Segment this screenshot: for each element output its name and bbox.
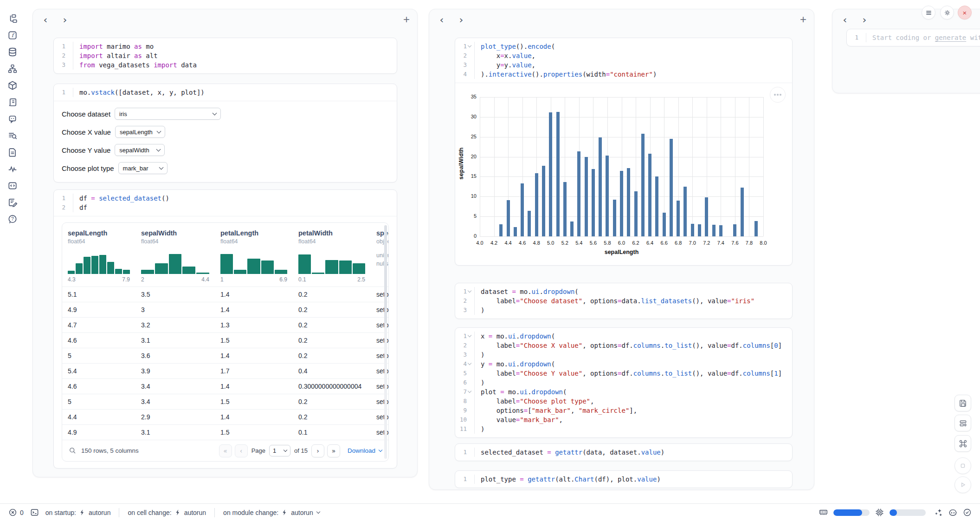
copilot-icon[interactable] <box>948 508 957 517</box>
ai-sparkles-icon[interactable] <box>934 508 943 517</box>
panel-prev-button[interactable]: ‹ <box>840 15 850 25</box>
prev-page-button[interactable]: ‹ <box>235 444 248 457</box>
code-editor[interactable]: 1import marimo as mo2import altair as al… <box>54 38 397 73</box>
run-button[interactable] <box>954 476 971 493</box>
code-line: 2import altair as alt <box>54 51 397 60</box>
chart-bar <box>613 200 616 236</box>
run-mode-toggle[interactable]: on module change:autorun <box>223 509 320 516</box>
fold-chevron-icon[interactable] <box>468 44 471 47</box>
save-button[interactable] <box>954 395 971 411</box>
x-tick-label: 4.4 <box>500 240 516 246</box>
cpu-icon <box>875 508 884 517</box>
chart-bar <box>641 134 645 236</box>
add-cell-button[interactable]: + <box>403 14 410 25</box>
code-editor[interactable]: 1plot_type = getattr(alt.Chart(df), plot… <box>455 471 792 488</box>
column-header[interactable]: petalLengthfloat6416.9 <box>215 229 293 283</box>
document-icon[interactable] <box>7 147 18 157</box>
line-number: 11 <box>455 424 475 434</box>
code-line: 1mo.vstack([dataset, x, y, plot]) <box>54 88 397 97</box>
stop-button[interactable] <box>954 457 971 474</box>
snippets-icon[interactable] <box>7 181 18 191</box>
fold-chevron-icon[interactable] <box>468 389 471 393</box>
connection-status-icon[interactable] <box>963 508 972 517</box>
chart-bar <box>570 221 574 236</box>
run-mode-toggle[interactable]: on cell change:autorun <box>128 509 206 516</box>
code-editor[interactable]: 1df = selected_dataset()2df <box>54 190 397 216</box>
help-icon[interactable]: ? <box>7 214 18 224</box>
column-type: float64 <box>220 238 287 245</box>
chart-bar <box>528 211 531 236</box>
dropdown-select[interactable]: sepalWidth <box>115 144 165 156</box>
code-editor[interactable]: 1mo.vstack([dataset, x, y, plot]) <box>54 84 397 101</box>
database-icon[interactable] <box>7 47 18 57</box>
fold-chevron-icon[interactable] <box>468 361 471 365</box>
file-tree-icon[interactable] <box>7 13 18 24</box>
table-cell: 0.2 <box>293 291 371 298</box>
chart-bar <box>606 156 609 236</box>
chat-bot-icon[interactable] <box>7 114 18 124</box>
add-cell-button[interactable]: + <box>800 14 806 25</box>
table-cell: 5 <box>62 352 135 359</box>
layout-button[interactable] <box>954 415 971 431</box>
code-editor[interactable]: 1dataset = mo.ui.dropdown(2 label="Choos… <box>455 283 792 319</box>
first-page-button[interactable]: « <box>219 444 232 457</box>
package-icon[interactable] <box>7 80 18 91</box>
code-editor[interactable]: 1x = mo.ui.dropdown(2 label="Choose X va… <box>455 328 792 437</box>
chart-menu-button[interactable] <box>770 87 786 103</box>
download-button[interactable]: Download <box>348 447 382 454</box>
table-scrollbar[interactable] <box>384 225 387 459</box>
script-icon[interactable] <box>7 97 18 107</box>
next-page-button[interactable]: › <box>311 444 324 457</box>
function-icon[interactable]: f <box>7 30 18 40</box>
logs-search-icon[interactable] <box>7 130 18 141</box>
line-number: 1 <box>54 88 73 97</box>
panel-next-button[interactable]: › <box>859 15 870 25</box>
last-page-button[interactable]: » <box>327 444 340 457</box>
dependency-graph-icon[interactable] <box>7 64 18 74</box>
column-header[interactable]: sepalWidthfloat6424.4 <box>135 229 215 283</box>
stop-icon <box>959 462 967 470</box>
menu-button[interactable] <box>922 6 935 20</box>
gear-icon <box>944 9 951 16</box>
code-editor[interactable]: 1selected_dataset = getattr(data, datase… <box>455 444 792 461</box>
terminal-button[interactable] <box>30 508 39 517</box>
scratchpad-editor[interactable]: 1 Start coding or generate with AI <box>847 29 980 46</box>
range-max: 2.5 <box>357 276 365 283</box>
line-number: 7 <box>455 387 475 397</box>
dropdown-value: mark_bar <box>123 165 148 172</box>
dropdown-select[interactable]: iris <box>115 108 221 120</box>
fold-chevron-icon[interactable] <box>468 289 471 293</box>
search-icon[interactable] <box>69 447 77 455</box>
dropdown-controls: Choose datasetirisChoose X valuesepalLen… <box>54 101 397 182</box>
gridline <box>480 236 763 237</box>
tracing-icon[interactable] <box>7 164 18 174</box>
settings-button[interactable] <box>940 6 954 20</box>
dropdown-select[interactable]: sepalLength <box>115 126 165 138</box>
chart-plot-area[interactable] <box>480 97 763 236</box>
command-palette-button[interactable] <box>954 435 971 452</box>
table-row: 53.41.50.2setosa <box>62 394 388 409</box>
table-cell: 1.7 <box>215 367 293 375</box>
shutdown-button[interactable]: × <box>958 6 972 20</box>
column-header[interactable]: petalWidthfloat640.12.5 <box>293 229 371 283</box>
gridline <box>721 97 721 236</box>
code-line: 5 label="Choose Y value", options=df.col… <box>455 369 792 378</box>
code-editor[interactable]: 1plot_type().encode(2 x=x.value,3 y=y.va… <box>455 38 792 83</box>
dropdown-select[interactable]: mark_bar <box>118 162 168 174</box>
panel-next-button[interactable]: › <box>60 15 70 25</box>
scratchpad-icon[interactable] <box>7 197 18 208</box>
run-mode-toggle[interactable]: on startup:autorun <box>45 509 111 516</box>
table-cell: 0.1 <box>293 429 371 436</box>
generate-link[interactable]: generate <box>935 34 966 41</box>
error-count-badge[interactable]: 0 <box>8 508 24 517</box>
column-header[interactable]: sepalLengthfloat644.37.9 <box>62 229 135 283</box>
divider <box>214 508 215 517</box>
panel-prev-button[interactable]: ‹ <box>437 15 447 25</box>
panel-next-button[interactable]: › <box>456 15 466 25</box>
page-select[interactable]: 1 <box>269 445 290 456</box>
dropdown-label: Choose plot type <box>62 164 114 172</box>
y-tick-label: 5 <box>458 213 477 219</box>
line-number: 3 <box>455 350 475 359</box>
panel-prev-button[interactable]: ‹ <box>40 15 51 25</box>
fold-chevron-icon[interactable] <box>468 333 471 337</box>
